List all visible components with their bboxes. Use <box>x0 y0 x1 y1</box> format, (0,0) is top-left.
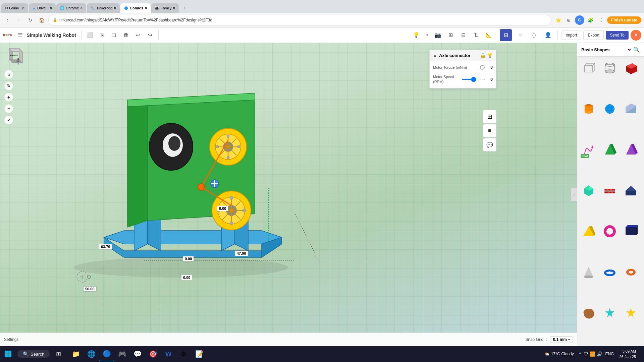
tab-drive[interactable]: ▲Drive✕ <box>29 3 56 13</box>
light-dropdown[interactable]: ▾ <box>424 30 430 41</box>
shape-torus-pink[interactable] <box>601 223 619 240</box>
person-btn[interactable]: 👤 <box>542 29 554 41</box>
taskbar-vscode[interactable]: 📝 <box>192 347 207 361</box>
shape-pyramid-yellow[interactable] <box>580 223 597 240</box>
shape-gem-teal[interactable] <box>580 182 597 199</box>
shape-prism-navy[interactable] <box>622 182 640 199</box>
copy-btn[interactable]: ⎘ <box>97 30 107 41</box>
info-btn[interactable]: 💡 <box>487 53 493 58</box>
home-button[interactable]: 🏠 <box>37 15 46 25</box>
settings-label[interactable]: Settings <box>4 337 18 342</box>
tab-gmail[interactable]: ✉Gmail✕ <box>1 3 28 13</box>
tab-chrome[interactable]: 🌐Chrome✕ <box>56 3 86 13</box>
language-btn[interactable]: ENG <box>604 352 615 356</box>
taskbar-settings[interactable]: ⚙ <box>176 347 191 361</box>
tinkercad-logo[interactable]: TINKER <box>3 34 12 37</box>
taskbar-search[interactable]: 🔍 Search <box>17 350 50 358</box>
shape-pyramid-green[interactable] <box>601 141 619 159</box>
zoom-out-btn[interactable]: − <box>4 104 13 113</box>
reload-button[interactable]: ↻ <box>25 15 35 25</box>
stairs-panel-btn[interactable]: ≡ <box>483 124 496 137</box>
delete-btn[interactable]: 🗑 <box>121 30 131 41</box>
start-button[interactable] <box>0 346 16 362</box>
taskbar-chrome[interactable]: 🔵 <box>99 347 114 361</box>
finish-update-button[interactable]: Finish update <box>607 16 641 24</box>
align-btn[interactable]: ⊟ <box>458 30 469 41</box>
home-view-btn[interactable]: ⌂ <box>4 70 13 79</box>
import-button[interactable]: Import <box>561 31 581 40</box>
open-tab-button[interactable]: ⊞ <box>564 15 574 25</box>
tab-comics[interactable]: 🔷Comics✕ <box>120 3 151 13</box>
light-btn[interactable]: 💡 <box>411 30 422 41</box>
grid-view-btn[interactable]: ⊞ <box>500 29 512 41</box>
shape-cylinder-orange[interactable] <box>580 100 597 118</box>
export-button[interactable]: Export <box>583 31 604 40</box>
extensions-button[interactable]: 🧩 <box>586 15 595 25</box>
weather-widget[interactable]: ⛅ 17°C Cloudy <box>542 352 577 356</box>
flip-btn[interactable]: ⇅ <box>471 30 481 41</box>
bookmarks-button[interactable]: ⭐ <box>553 15 563 25</box>
shapes-tool-btn[interactable]: ⬜ <box>85 30 95 41</box>
comment-panel-btn[interactable]: 💬 <box>483 138 496 152</box>
show-hidden-btn[interactable]: ^ <box>578 352 583 356</box>
shape-star-yellow[interactable] <box>622 304 640 322</box>
redo-btn[interactable]: ↪ <box>145 30 156 41</box>
canvas-area[interactable]: FRONT RIGHT ⌂ ↻ + − ⤢ <box>0 43 577 346</box>
shapes-panel-collapse[interactable]: › <box>571 188 577 201</box>
shape-box-outline[interactable] <box>580 59 597 77</box>
code-view-btn[interactable]: ⟨⟩ <box>528 29 540 41</box>
grid-panel-btn[interactable]: ⊞ <box>483 110 496 123</box>
volume-icon[interactable]: 🔊 <box>597 351 602 357</box>
user-avatar[interactable]: A <box>631 30 641 41</box>
shape-brick-red[interactable] <box>601 182 619 199</box>
camera-btn[interactable]: 📷 <box>432 30 443 41</box>
taskbar-file-explorer[interactable]: 📁 <box>68 347 83 361</box>
url-bar[interactable]: 🔒 tinkercad.com/things/dSAIcWYfFPe/edit?… <box>48 15 551 25</box>
shape-scribble[interactable]: New! <box>580 141 597 159</box>
shape-wedge[interactable] <box>622 100 640 118</box>
shape-pyramid-purple[interactable] <box>622 141 640 159</box>
shapes-dropdown[interactable]: Basic Shapes <box>580 47 632 53</box>
clock[interactable]: 3:09 AM 26-Jan-25 <box>616 349 639 360</box>
menu-button[interactable]: ⋮ <box>596 15 606 25</box>
new-tab-button[interactable]: + <box>180 3 190 13</box>
taskbar-word[interactable]: W <box>161 347 176 361</box>
robot-scene[interactable] <box>27 53 349 288</box>
back-button[interactable]: ‹ <box>3 15 12 25</box>
tab-family[interactable]: 👪Family✕ <box>151 3 179 13</box>
shape-blob-brown[interactable] <box>580 304 597 322</box>
forward-button[interactable]: › <box>14 15 23 25</box>
profile-button[interactable]: G <box>575 15 584 25</box>
network-icon[interactable]: 📶 <box>590 351 595 357</box>
show-desktop-btn[interactable] <box>640 347 643 361</box>
shape-block-navy[interactable] <box>622 223 640 240</box>
motor-speed-slider[interactable] <box>462 79 485 80</box>
fit-view-btn[interactable]: ⤢ <box>4 115 13 125</box>
taskbar-steam[interactable]: 🎮 <box>115 347 129 361</box>
taskbar-edge[interactable]: 🌐 <box>84 347 99 361</box>
shape-star-teal[interactable] <box>601 304 619 322</box>
duplicate-btn[interactable]: ❑ <box>109 30 119 41</box>
orbit-btn[interactable]: ↻ <box>4 81 13 90</box>
tab-tinkercad[interactable]: 🔧Tinkercad✕ <box>87 3 120 13</box>
shapes-search-btn[interactable]: 🔍 <box>632 45 641 54</box>
group-btn[interactable]: ⊞ <box>445 30 456 41</box>
shape-cube-red[interactable] <box>622 59 640 77</box>
zoom-in-btn[interactable]: + <box>4 93 13 102</box>
antivirus-icon[interactable]: 🛡 <box>584 351 588 357</box>
send-to-button[interactable]: Send To <box>606 31 629 40</box>
measure-btn[interactable]: 📐 <box>483 30 494 41</box>
taskbar-valorant[interactable]: 🎯 <box>146 347 160 361</box>
snap-grid-value[interactable]: 0.1 mm ▾ <box>550 336 573 343</box>
shape-cylinder-rough[interactable] <box>601 59 619 77</box>
undo-btn[interactable]: ↩ <box>133 30 144 41</box>
taskbar-discord[interactable]: 💬 <box>130 347 145 361</box>
shape-donut-orange[interactable] <box>622 263 640 281</box>
shape-sphere-blue[interactable] <box>601 100 619 118</box>
collapse-btn[interactable]: ▲ <box>433 53 437 58</box>
view-cube[interactable]: FRONT RIGHT <box>4 46 24 66</box>
hamburger-menu[interactable]: ☰ <box>15 30 25 41</box>
shape-torus-blue[interactable] <box>601 263 619 281</box>
task-view-btn[interactable]: ⊞ <box>51 347 66 361</box>
shape-cone[interactable] <box>580 263 597 281</box>
